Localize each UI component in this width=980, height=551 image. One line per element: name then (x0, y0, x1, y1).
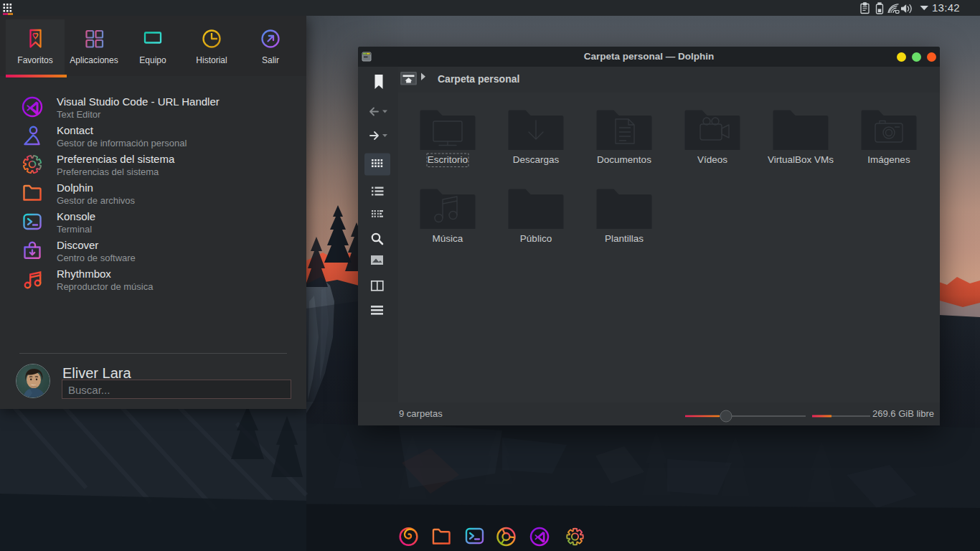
svg-text:Vídeos: Vídeos (697, 154, 727, 165)
svg-text:Público: Público (520, 233, 552, 244)
svg-text:Imágenes: Imágenes (867, 154, 910, 165)
svg-text:Documentos: Documentos (597, 154, 651, 165)
svg-text:Escritorio: Escritorio (428, 154, 468, 165)
svg-text:Música: Música (433, 233, 463, 244)
svg-text:Descargas: Descargas (513, 154, 560, 165)
svg-text:Plantillas: Plantillas (605, 233, 644, 244)
svg-text:VirtualBox VMs: VirtualBox VMs (768, 154, 834, 165)
